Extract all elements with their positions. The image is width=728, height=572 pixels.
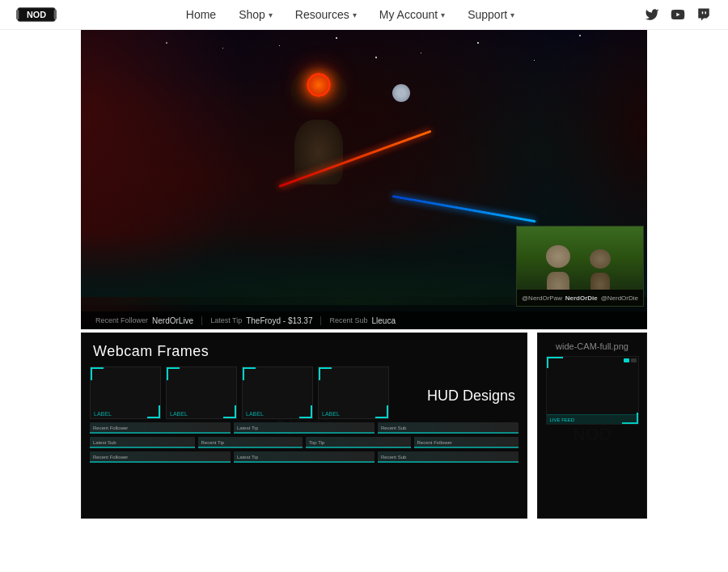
hero-image: @NerdOrPaw NerdOrDie @NerdOrDie Recent F…	[81, 30, 647, 329]
follower-label: Recent Follower	[95, 316, 148, 324]
hero-bar-follower: Recent Follower NerdOrLive	[87, 316, 202, 325]
bottom-left-panel: NOD Webcam Frames LABEL LABEL LABEL	[81, 333, 527, 519]
youtube-icon[interactable]	[670, 6, 686, 23]
resources-chevron-icon: ▾	[353, 11, 357, 19]
twitter-icon[interactable]	[644, 6, 660, 23]
webcam-brand-1: @NerdOrPaw	[522, 294, 562, 302]
live-feed-label: LIVE FEED	[550, 417, 575, 422]
hud-bar-2: Latest Tip	[234, 422, 375, 434]
logo[interactable]: NOD	[16, 3, 57, 26]
nerd-or-die-logo: NerdOrDie	[565, 294, 598, 302]
header: NOD Home Shop ▾ Resources ▾ My Account ▾…	[0, 0, 728, 30]
twitch-icon[interactable]	[696, 6, 712, 23]
hero-section: @NerdOrPaw NerdOrDie @NerdOrDie Recent F…	[81, 30, 647, 329]
hud-designs-label: HUD Designs	[427, 388, 515, 405]
frame-corner-br-2	[223, 405, 236, 418]
wide-cam-frame: LIVE FEED	[546, 356, 639, 425]
frame-corner-br-3	[299, 405, 312, 418]
frame-box-1[interactable]: LABEL	[90, 367, 161, 419]
wide-btn-2	[631, 358, 637, 362]
hud-bar-label-3: Recent Sub	[381, 426, 406, 430]
follower-value: NerdOrLive	[152, 316, 193, 325]
wide-corner-tl	[547, 357, 563, 368]
wide-top-bar	[624, 358, 637, 362]
svg-text:NOD: NOD	[573, 426, 611, 445]
hud-bar-accent-3	[378, 432, 518, 434]
my-account-chevron-icon: ▾	[441, 11, 445, 19]
svg-rect-2	[16, 10, 19, 19]
hud-bar-label-6: Top Tip	[309, 440, 324, 445]
frame-label-4: LABEL	[322, 411, 340, 417]
frame-box-2[interactable]: LABEL	[166, 367, 237, 419]
animal-2	[586, 253, 615, 290]
hero-bar-sub: Recent Sub Lleuca	[321, 316, 404, 325]
nav-my-account[interactable]: My Account ▾	[379, 8, 445, 21]
hud-bar-5: Recent Tip	[198, 437, 303, 448]
hud-bar-accent-5	[198, 447, 303, 448]
tip-value: TheFroyd - $13.37	[246, 316, 312, 325]
svg-text:NOD: NOD	[27, 10, 46, 19]
frame-corner-tl-2	[167, 367, 180, 380]
sub-value: Lleuca	[372, 316, 396, 325]
hud-bar-label-10: Recent Sub	[381, 455, 406, 460]
hud-bar-label-9: Latest Tip	[237, 455, 258, 460]
hud-bar-1: Recent Follower	[90, 422, 231, 434]
webcam-scene	[517, 227, 643, 290]
bottom-section: NOD Webcam Frames LABEL LABEL LABEL	[81, 329, 647, 519]
frame-label-2: LABEL	[170, 411, 188, 417]
hud-bar-6: Top Tip	[306, 437, 411, 448]
hud-bar-accent-8	[90, 461, 231, 463]
shop-chevron-icon: ▾	[269, 11, 273, 19]
hero-bar-tip: Latest Tip TheFroyd - $13.37	[202, 316, 321, 325]
hud-bar-accent-10	[378, 461, 518, 463]
frame-label-1: LABEL	[94, 411, 112, 417]
support-chevron-icon: ▾	[510, 11, 514, 19]
frame-corner-br-4	[375, 405, 388, 418]
social-links	[644, 6, 712, 23]
webcam-frames-title: Webcam Frames	[82, 333, 527, 367]
hud-row-3: Recent Follower Latest Tip Recent Sub	[90, 451, 518, 463]
hud-bar-label-7: Recent Follower	[417, 440, 452, 445]
webcam-overlay: @NerdOrPaw NerdOrDie @NerdOrDie	[516, 226, 644, 307]
hud-bar-accent-6	[306, 447, 411, 448]
hud-bar-10: Recent Sub	[378, 451, 518, 463]
hud-bar-8: Recent Follower	[90, 451, 231, 463]
frame-corner-tl-3	[243, 367, 256, 380]
main-nav: Home Shop ▾ Resources ▾ My Account ▾ Sup…	[186, 8, 514, 21]
frame-corner-br-1	[147, 405, 160, 418]
frame-box-4[interactable]: LABEL	[318, 367, 389, 419]
hud-bar-accent-7	[414, 447, 519, 448]
wide-cam-filename: wide-CAM-full.png	[538, 333, 646, 356]
animal-1	[542, 249, 574, 290]
nav-shop[interactable]: Shop ▾	[239, 8, 273, 21]
frame-corner-tl-1	[91, 367, 104, 380]
nav-home[interactable]: Home	[186, 8, 216, 21]
sub-label: Recent Sub	[329, 316, 367, 324]
hud-bar-label-5: Recent Tip	[201, 440, 225, 445]
hud-bar-7: Recent Follower	[414, 437, 519, 448]
nav-resources[interactable]: Resources ▾	[295, 8, 357, 21]
hud-bar-label-4: Latest Sub	[93, 440, 116, 445]
frame-corner-tl-4	[319, 367, 332, 380]
hud-row-1: Recent Follower Latest Tip Recent Sub	[90, 422, 518, 434]
hud-bar-label-2: Latest Tip	[237, 426, 258, 430]
laser-blue	[392, 195, 536, 222]
hud-bar-3: Recent Sub	[378, 422, 518, 434]
robot-character	[278, 75, 359, 205]
hud-bar-accent-9	[234, 461, 375, 463]
hud-bar-accent-2	[234, 432, 375, 434]
bottom-right-panel: NOD wide-CAM-full.png LIVE FEED	[537, 333, 647, 519]
hud-bar-4: Latest Sub	[90, 437, 195, 448]
frame-label-3: LABEL	[246, 411, 264, 417]
hud-bar-9: Latest Tip	[234, 451, 375, 463]
moon-decoration	[392, 84, 410, 102]
nav-support[interactable]: Support ▾	[468, 8, 514, 21]
hud-bar-label-8: Recent Follower	[93, 455, 128, 460]
hud-bar-accent-1	[90, 432, 231, 434]
hero-info-bar: Recent Follower NerdOrLive Latest Tip Th…	[81, 311, 647, 329]
svg-rect-3	[54, 10, 57, 19]
hud-bar-label-1: Recent Follower	[93, 426, 128, 430]
webcam-brand-2: @NerdOrDie	[601, 294, 638, 302]
webcam-bottom-bar: @NerdOrPaw NerdOrDie @NerdOrDie	[517, 290, 643, 306]
frame-box-3[interactable]: LABEL	[242, 367, 313, 419]
